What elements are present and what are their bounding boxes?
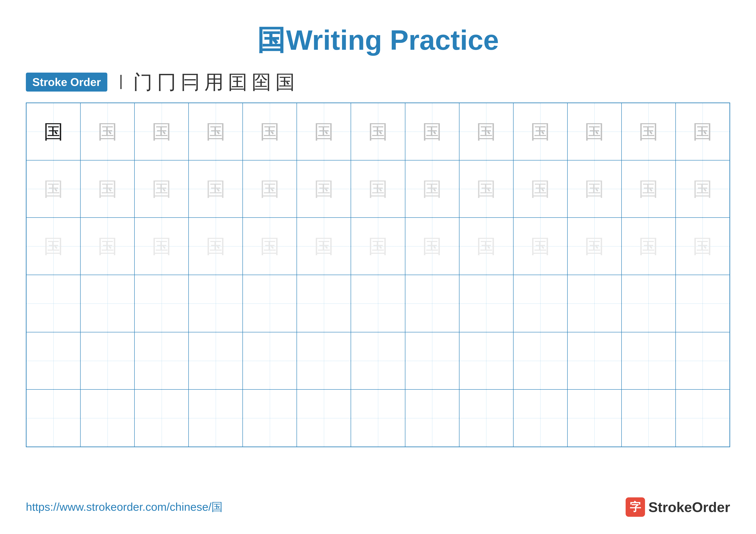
grid-cell[interactable]: 国 — [622, 160, 676, 217]
grid-cell[interactable] — [297, 390, 351, 447]
grid-cell[interactable]: 国 — [459, 103, 513, 160]
grid-cell[interactable]: 国 — [351, 217, 405, 275]
grid-cell[interactable]: 国 — [676, 103, 730, 160]
cell-character: 国 — [314, 179, 334, 199]
grid-cell[interactable]: 国 — [405, 103, 459, 160]
grid-cell[interactable]: 国 — [134, 160, 189, 217]
grid-cell[interactable]: 国 — [297, 217, 351, 275]
grid-cell[interactable]: 国 — [134, 217, 189, 275]
grid-cell[interactable] — [80, 390, 134, 447]
grid-cell[interactable]: 国 — [26, 103, 80, 160]
grid-cell[interactable] — [80, 332, 134, 390]
cell-character: 国 — [152, 237, 171, 256]
cell-character: 国 — [476, 179, 496, 199]
grid-cell[interactable] — [134, 332, 189, 390]
grid-cell[interactable]: 国 — [459, 217, 513, 275]
stroke-step-1: 丨 — [114, 75, 129, 89]
grid-cell[interactable]: 国 — [513, 160, 567, 217]
grid-cell[interactable] — [676, 275, 730, 332]
grid-cell[interactable] — [405, 275, 459, 332]
cell-character: 国 — [639, 179, 658, 199]
grid-cell[interactable] — [459, 275, 513, 332]
grid-cell[interactable]: 国 — [459, 160, 513, 217]
grid-cell[interactable] — [513, 390, 567, 447]
grid-cell[interactable]: 国 — [26, 217, 80, 275]
grid-cell[interactable] — [189, 390, 243, 447]
grid-cell[interactable]: 国 — [26, 160, 80, 217]
grid-cell[interactable] — [622, 332, 676, 390]
page-title-text: Writing Practice — [286, 24, 499, 56]
cell-character: 国 — [530, 122, 550, 141]
cell-character: 国 — [98, 237, 117, 256]
grid-cell[interactable] — [134, 275, 189, 332]
stroke-steps: 丨 门 冂 冃 用 囯 囶 国 — [114, 72, 295, 92]
footer-url[interactable]: https://www.strokeorder.com/chinese/国 — [26, 499, 223, 515]
cell-character: 国 — [530, 237, 550, 256]
grid-cell[interactable] — [405, 332, 459, 390]
grid-cell[interactable]: 国 — [80, 217, 134, 275]
grid-cell[interactable] — [189, 275, 243, 332]
stroke-step-3: 冂 — [157, 72, 176, 92]
grid-cell[interactable]: 国 — [189, 217, 243, 275]
grid-cell[interactable]: 国 — [567, 217, 622, 275]
stroke-step-8: 国 — [275, 72, 295, 92]
grid-cell[interactable]: 国 — [567, 103, 622, 160]
grid-cell[interactable] — [567, 275, 622, 332]
grid-cell[interactable] — [351, 390, 405, 447]
grid-cell[interactable]: 国 — [243, 217, 297, 275]
grid-cell[interactable] — [26, 275, 80, 332]
grid-cell[interactable] — [297, 332, 351, 390]
grid-cell[interactable]: 国 — [622, 103, 676, 160]
grid-cell[interactable]: 国 — [405, 217, 459, 275]
cell-character: 国 — [368, 122, 388, 141]
grid-cell[interactable] — [80, 275, 134, 332]
grid-cell[interactable] — [351, 332, 405, 390]
stroke-step-2: 门 — [133, 72, 152, 92]
grid-cell[interactable] — [622, 275, 676, 332]
grid-cell[interactable]: 国 — [567, 160, 622, 217]
grid-cell[interactable] — [622, 390, 676, 447]
grid-cell[interactable]: 国 — [243, 160, 297, 217]
grid-cell[interactable] — [134, 390, 189, 447]
grid-cell[interactable] — [243, 275, 297, 332]
grid-cell[interactable]: 国 — [351, 160, 405, 217]
grid-cell[interactable] — [189, 332, 243, 390]
cell-character: 国 — [206, 237, 226, 256]
grid-cell[interactable] — [459, 332, 513, 390]
title-character: 国 — [257, 24, 285, 56]
grid-cell[interactable] — [243, 390, 297, 447]
grid-cell[interactable]: 国 — [676, 217, 730, 275]
stroke-order-badge[interactable]: Stroke Order — [26, 73, 107, 91]
grid-cell[interactable]: 国 — [243, 103, 297, 160]
grid-cell[interactable] — [567, 332, 622, 390]
grid-cell[interactable] — [26, 390, 80, 447]
grid-cell[interactable]: 国 — [80, 103, 134, 160]
grid-cell[interactable]: 国 — [676, 160, 730, 217]
cell-character: 国 — [585, 237, 604, 256]
grid-cell[interactable] — [26, 332, 80, 390]
grid-cell[interactable] — [676, 332, 730, 390]
grid-cell[interactable]: 国 — [189, 103, 243, 160]
grid-cell[interactable] — [351, 275, 405, 332]
grid-cell[interactable]: 国 — [351, 103, 405, 160]
brand-name: StrokeOrder — [648, 499, 730, 515]
grid-cell[interactable]: 国 — [189, 160, 243, 217]
grid-cell[interactable]: 国 — [80, 160, 134, 217]
grid-cell[interactable] — [676, 390, 730, 447]
grid-cell[interactable] — [297, 275, 351, 332]
grid-cell[interactable]: 国 — [297, 103, 351, 160]
grid-cell[interactable] — [405, 390, 459, 447]
grid-cell[interactable] — [513, 332, 567, 390]
grid-cell[interactable]: 国 — [622, 217, 676, 275]
grid-cell[interactable] — [243, 332, 297, 390]
grid-cell[interactable] — [459, 390, 513, 447]
grid-cell[interactable]: 国 — [297, 160, 351, 217]
grid-cell[interactable] — [513, 275, 567, 332]
cell-character: 国 — [260, 179, 280, 199]
grid-cell[interactable]: 国 — [513, 103, 567, 160]
grid-cell[interactable]: 国 — [405, 160, 459, 217]
grid-cell[interactable]: 国 — [134, 103, 189, 160]
grid-cell[interactable] — [567, 390, 622, 447]
grid-cell[interactable]: 国 — [513, 217, 567, 275]
cell-character: 国 — [693, 179, 712, 199]
